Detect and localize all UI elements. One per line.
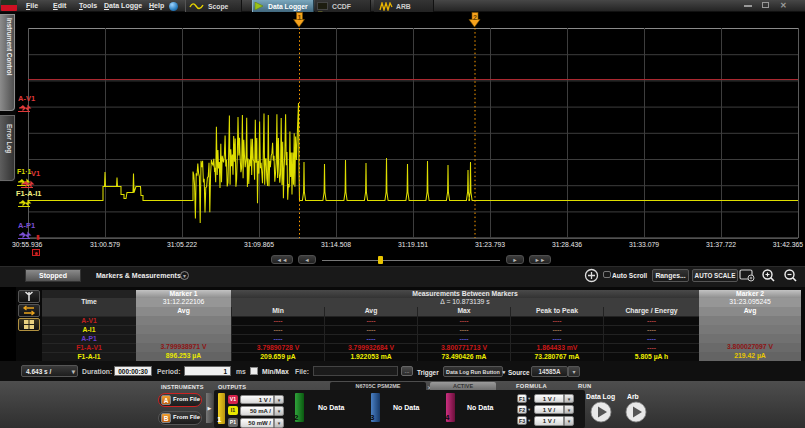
svg-text:A-V1: A-V1: [18, 94, 35, 103]
svg-text:A-P1: A-P1: [18, 221, 35, 230]
svg-text:2: 2: [473, 14, 477, 21]
svg-text:1: 1: [298, 14, 302, 21]
svg-text:V1: V1: [31, 169, 40, 178]
svg-text:31:14.508: 31:14.508: [321, 241, 351, 248]
svg-text:31:28.436: 31:28.436: [552, 241, 582, 248]
svg-text:31:23.793: 31:23.793: [475, 241, 505, 248]
svg-text:31:37.722: 31:37.722: [706, 241, 736, 248]
svg-text:31:33.079: 31:33.079: [629, 241, 659, 248]
svg-text:31:42.365: 31:42.365: [773, 241, 803, 248]
svg-text:31:00.579: 31:00.579: [90, 241, 120, 248]
svg-text:31:09.865: 31:09.865: [244, 241, 274, 248]
svg-text:31:05.222: 31:05.222: [167, 241, 197, 248]
svg-text:31:19.151: 31:19.151: [398, 241, 428, 248]
svg-text:F1-A-I1: F1-A-I1: [16, 189, 41, 198]
svg-text:30:55.936: 30:55.936: [12, 241, 42, 248]
svg-text:F1·1: F1·1: [17, 168, 32, 175]
